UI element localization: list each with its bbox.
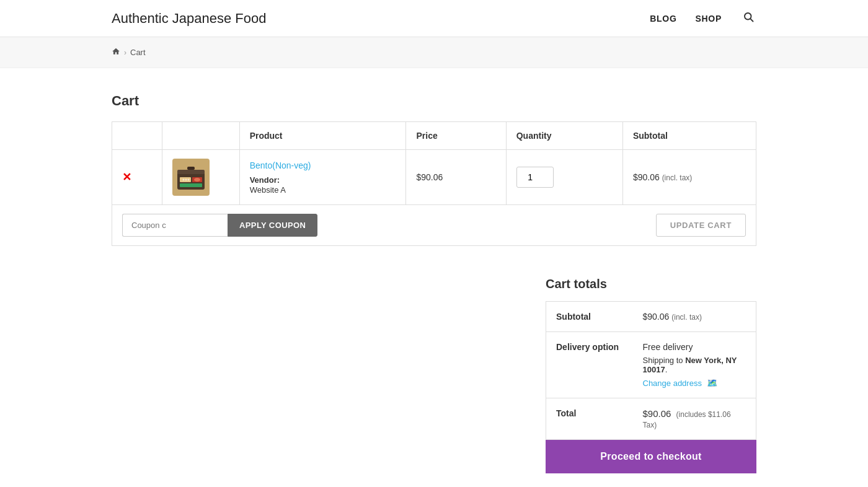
col-price-header: Price [406,122,506,150]
totals-subtotal-row: Subtotal $90.06 (incl. tax) [546,302,756,332]
total-label: Total [546,398,633,440]
change-address-text: Change address [643,379,702,388]
remove-cell: ✕ [112,150,162,205]
total-amount: $90.06 [643,408,671,419]
cart-table: Product Price Quantity Subtotal ✕ [112,121,756,246]
price-cell: $90.06 [406,150,506,205]
breadcrumb-separator: › [124,48,126,57]
product-name-link[interactable]: Bento(Non-veg) [250,160,311,170]
subtotal-amount: $90.06 [643,312,670,322]
shipping-to: Shipping to New York, NY 10017. [643,356,746,374]
shipping-prefix: Shipping to [643,356,686,365]
breadcrumb-current: Cart [130,48,146,57]
image-cell [162,150,239,205]
svg-line-1 [750,19,753,21]
svg-rect-6 [180,183,202,187]
breadcrumb: › Cart [112,47,756,58]
cart-table-header: Product Price Quantity Subtotal [112,122,756,150]
product-image [172,159,210,196]
bento-image-svg [172,159,210,196]
total-value: $90.06 (includes $11.06 Tax) [633,398,756,440]
col-subtotal-header: Subtotal [622,122,756,150]
cart-totals-title: Cart totals [546,277,756,291]
subtotal-incl-tax: (incl. tax) [671,313,702,322]
change-address-row: Change address 🗺️ [643,378,746,388]
nav-shop[interactable]: SHOP [696,14,722,24]
svg-point-7 [182,179,184,181]
home-icon [112,47,120,58]
apply-coupon-button[interactable]: APPLY COUPON [228,214,317,237]
cart-actions-cell: APPLY COUPON UPDATE CART [112,205,756,246]
map-icon: 🗺️ [707,378,717,388]
subtotal-tax-note: (incl. tax) [662,173,693,182]
table-row: ✕ [112,150,756,205]
cart-section: Cart Product Price Quantity Subtotal ✕ [112,93,756,246]
remove-item-button[interactable]: ✕ [122,170,131,184]
delivery-label: Delivery option [546,332,633,398]
vendor-label: Vendor: [250,175,396,185]
product-cell: Bento(Non-veg) Vendor: Website A [239,150,406,205]
col-remove-header [112,122,162,150]
subtotal-cell: $90.06 (incl. tax) [622,150,756,205]
search-button[interactable] [740,9,756,28]
svg-rect-3 [177,170,205,174]
nav-blog[interactable]: BLOG [650,14,676,24]
totals-table: Subtotal $90.06 (incl. tax) Delivery opt… [546,301,756,440]
qty-cell [506,150,622,205]
svg-point-9 [187,179,189,181]
breadcrumb-bar: › Cart [0,37,868,68]
cart-totals-section: Cart totals Subtotal $90.06 (incl. tax) … [112,277,756,473]
svg-point-10 [194,178,200,182]
cart-title: Cart [112,93,756,109]
cart-actions-row: APPLY COUPON UPDATE CART [112,205,756,246]
subtotal-label: Subtotal [546,302,633,332]
change-address-link[interactable]: Change address 🗺️ [643,379,717,388]
totals-total-row: Total $90.06 (includes $11.06 Tax) [546,398,756,440]
coupon-group: APPLY COUPON [122,214,317,237]
cart-actions: APPLY COUPON UPDATE CART [122,214,746,237]
delivery-value: Free delivery Shipping to New York, NY 1… [633,332,756,398]
vendor-name: Website A [250,185,286,195]
cart-totals-inner: Cart totals Subtotal $90.06 (incl. tax) … [546,277,756,473]
svg-rect-11 [187,167,195,170]
main-content: Cart Product Price Quantity Subtotal ✕ [0,68,868,487]
quantity-input[interactable] [516,167,554,188]
col-qty-header: Quantity [506,122,622,150]
coupon-input[interactable] [122,214,228,237]
subtotal-value-total: $90.06 (incl. tax) [633,302,756,332]
main-nav: BLOG SHOP [650,9,756,28]
update-cart-button[interactable]: UPDATE CART [656,214,746,237]
subtotal-value: $90.06 [633,172,660,182]
site-title[interactable]: Authentic Japanese Food [112,11,267,27]
totals-delivery-row: Delivery option Free delivery Shipping t… [546,332,756,398]
col-product-header: Product [239,122,406,150]
svg-point-8 [185,179,187,181]
site-header: Authentic Japanese Food BLOG SHOP [0,0,868,37]
proceed-to-checkout-button[interactable]: Proceed to checkout [546,440,756,473]
col-image-header [162,122,239,150]
free-delivery-text: Free delivery [643,342,746,352]
search-icon [743,11,754,22]
